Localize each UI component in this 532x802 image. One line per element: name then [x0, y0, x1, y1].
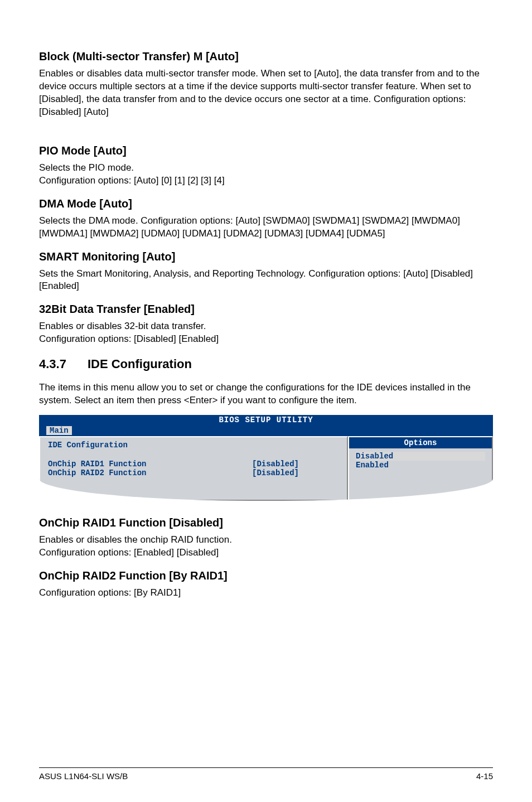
bios-option-item[interactable]: Disabled	[356, 452, 485, 461]
footer-right: 4-15	[476, 771, 493, 781]
heading-smart-monitoring: SMART Monitoring [Auto]	[39, 250, 493, 263]
paragraph-raid1-l2: Configuration options: [Enabled] [Disabl…	[39, 547, 493, 559]
bios-setting-label: OnChip RAID1 Function	[48, 460, 146, 468]
paragraph-32bit-l2: Configuration options: [Disabled] [Enabl…	[39, 333, 493, 346]
bios-setting-label: OnChip RAID2 Function	[48, 468, 146, 477]
paragraph-dma: Selects the DMA mode. Configuration opti…	[39, 215, 493, 240]
heading-dma-mode: DMA Mode [Auto]	[39, 197, 493, 210]
page-footer: ASUS L1N64-SLI WS/B 4-15	[39, 767, 493, 781]
paragraph-ide-config: The items in this menu allow you to set …	[39, 381, 493, 407]
heading-32bit-transfer: 32Bit Data Transfer [Enabled]	[39, 303, 493, 316]
bios-tab-row: Main	[39, 425, 493, 436]
bios-setting-row[interactable]: OnChip RAID2 Function [Disabled]	[48, 468, 299, 477]
bios-title-bar: BIOS SETUP UTILITY	[39, 415, 493, 425]
heading-onchip-raid2: OnChip RAID2 Function [By RAID1]	[39, 569, 493, 582]
paragraph-raid2: Configuration options: [By RAID1]	[39, 587, 493, 600]
paragraph-pio-l1: Selects the PIO mode.	[39, 162, 493, 175]
footer-left: ASUS L1N64-SLI WS/B	[39, 771, 128, 781]
bios-option-item[interactable]: Enabled	[356, 461, 485, 470]
paragraph-32bit-l1: Enables or disables 32-bit data transfer…	[39, 320, 493, 333]
bios-tab-main[interactable]: Main	[46, 426, 72, 435]
heading-onchip-raid1: OnChip RAID1 Function [Disabled]	[39, 516, 493, 529]
bios-setting-row[interactable]: OnChip RAID1 Function [Disabled]	[48, 460, 299, 468]
bios-setting-value: [Disabled]	[252, 468, 299, 477]
paragraph-raid1-l1: Enables or disables the onchip RAID func…	[39, 534, 493, 547]
section-title: IDE Configuration	[88, 357, 192, 371]
paragraph-smart: Sets the Smart Monitoring, Analysis, and…	[39, 268, 493, 293]
heading-block-multisector: Block (Multi-sector Transfer) M [Auto]	[39, 50, 493, 63]
bios-options-header: Options	[349, 437, 492, 448]
bios-pane-title: IDE Configuration	[48, 441, 339, 450]
bios-left-pane: IDE Configuration OnChip RAID1 Function …	[39, 436, 348, 501]
heading-pio-mode: PIO Mode [Auto]	[39, 144, 493, 157]
paragraph-block-multisector: Enables or disables data multi-sector tr…	[39, 67, 493, 119]
bios-setup-panel: BIOS SETUP UTILITY Main IDE Configuratio…	[39, 415, 493, 501]
section-number: 4.3.7	[39, 357, 66, 371]
paragraph-pio-l2: Configuration options: [Auto] [0] [1] [2…	[39, 175, 493, 187]
bios-setting-value: [Disabled]	[252, 460, 299, 468]
bios-options-pane: Options Disabled Enabled	[348, 436, 493, 501]
